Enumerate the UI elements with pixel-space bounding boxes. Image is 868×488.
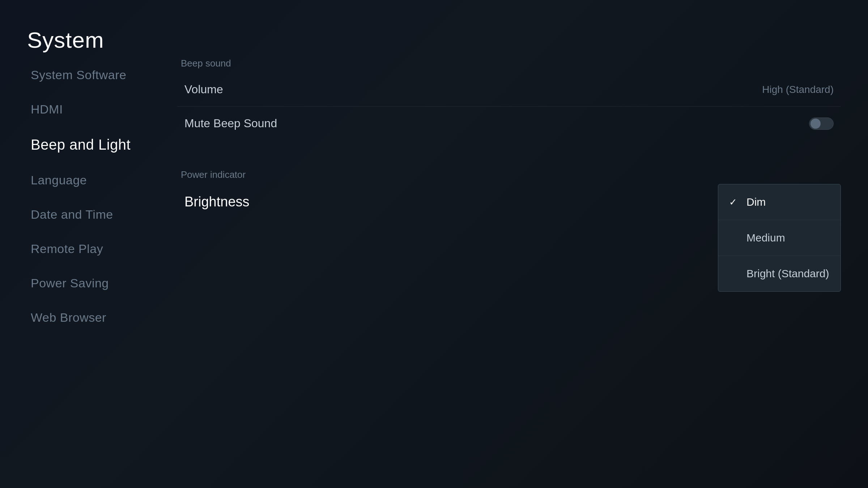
main-content: Beep sound Volume High (Standard) Mute B…	[177, 51, 841, 466]
check-icon-dim: ✓	[729, 197, 739, 208]
volume-value: High (Standard)	[762, 84, 834, 95]
power-indicator-section: Power indicator Brightness ✓ Dim ✓ Mediu…	[177, 162, 841, 220]
dropdown-option-bright-label: Bright (Standard)	[746, 267, 829, 280]
brightness-row[interactable]: Brightness ✓ Dim ✓ Medium ✓ Bright (Stan…	[177, 184, 841, 220]
dropdown-option-medium-label: Medium	[746, 232, 785, 244]
sidebar-item-system-software[interactable]: System Software	[27, 58, 165, 92]
sidebar-item-remote-play[interactable]: Remote Play	[27, 232, 165, 266]
dropdown-option-dim-label: Dim	[746, 196, 766, 208]
beep-sound-section: Beep sound Volume High (Standard) Mute B…	[177, 51, 841, 140]
sidebar-nav: System Software HDMI Beep and Light Lang…	[27, 58, 165, 335]
brightness-dropdown[interactable]: ✓ Dim ✓ Medium ✓ Bright (Standard)	[718, 184, 841, 292]
sidebar-item-date-and-time[interactable]: Date and Time	[27, 197, 165, 232]
sidebar-item-hdmi[interactable]: HDMI	[27, 92, 165, 127]
beep-sound-section-label: Beep sound	[177, 51, 841, 73]
page-container: System System Software HDMI Beep and Lig…	[0, 0, 868, 488]
dropdown-option-dim[interactable]: ✓ Dim	[718, 184, 841, 220]
toggle-knob	[810, 119, 821, 129]
brightness-label: Brightness	[184, 194, 250, 210]
mute-beep-row[interactable]: Mute Beep Sound	[177, 107, 841, 140]
mute-beep-toggle[interactable]	[809, 117, 834, 130]
volume-row[interactable]: Volume High (Standard)	[177, 73, 841, 107]
dropdown-option-bright-standard[interactable]: ✓ Bright (Standard)	[718, 256, 841, 291]
sidebar-item-web-browser[interactable]: Web Browser	[27, 300, 165, 335]
beep-sound-settings-group: Volume High (Standard) Mute Beep Sound	[177, 73, 841, 140]
sidebar-item-language[interactable]: Language	[27, 163, 165, 197]
page-title: System	[27, 27, 104, 53]
power-indicator-section-label: Power indicator	[177, 162, 841, 184]
sidebar-item-power-saving[interactable]: Power Saving	[27, 266, 165, 300]
sidebar-item-beep-and-light[interactable]: Beep and Light	[27, 127, 165, 163]
volume-label: Volume	[184, 83, 223, 96]
dropdown-option-medium[interactable]: ✓ Medium	[718, 220, 841, 256]
mute-beep-label: Mute Beep Sound	[184, 117, 277, 130]
